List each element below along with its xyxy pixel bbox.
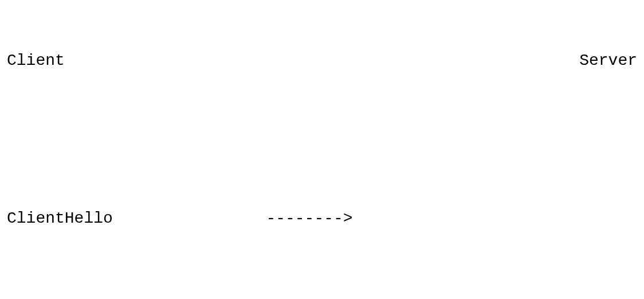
cell-left	[7, 297, 234, 299]
serverhello-row: ServerHello	[7, 297, 637, 299]
tls-handshake-diagram: Client Server ClientHello --------> Serv…	[7, 5, 637, 299]
cell-arrow	[234, 297, 385, 299]
header-client: Client	[7, 49, 234, 72]
server-hello-label: ServerHello	[385, 297, 637, 299]
header-row: Client Server	[7, 49, 637, 72]
arrow-right-icon: -------->	[234, 207, 385, 230]
clienthello-row: ClientHello -------->	[7, 207, 637, 230]
client-hello-label: ClientHello	[7, 207, 234, 230]
cell-right	[385, 207, 637, 230]
header-spacer	[234, 49, 385, 72]
header-server: Server	[385, 49, 637, 72]
